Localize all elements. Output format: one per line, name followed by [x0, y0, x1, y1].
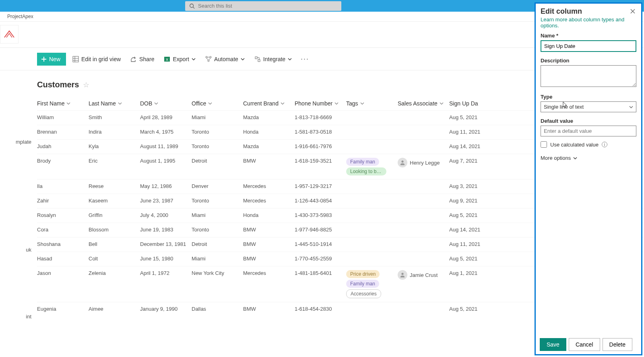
automate-button[interactable]: Automate — [202, 53, 248, 66]
search-input[interactable] — [198, 3, 337, 9]
new-button[interactable]: New — [37, 53, 66, 66]
panel-title: Edit column — [541, 7, 582, 16]
col-tags[interactable]: Tags — [346, 100, 398, 107]
cell: Reese — [89, 183, 140, 189]
cell: Mercedes — [243, 183, 295, 189]
integrate-icon — [254, 56, 261, 62]
cell: Mercedes — [243, 198, 295, 204]
cell: March 4, 1975 — [140, 129, 192, 135]
tag-pill[interactable]: Family man — [346, 280, 379, 288]
default-value-input[interactable] — [541, 126, 636, 136]
cell: August 1, 1995 — [140, 158, 192, 164]
learn-more-link[interactable]: Learn more about column types and option… — [536, 17, 641, 33]
chevron-down-icon — [192, 57, 196, 61]
cell: Hasad — [37, 256, 89, 262]
use-calculated-checkbox[interactable] — [541, 141, 547, 148]
cell: 1-618-454-2830 — [295, 306, 346, 312]
cell: 1-957-129-3217 — [295, 183, 346, 189]
signup-cell: Aug 7, 2021 — [449, 158, 488, 164]
more-options-toggle[interactable]: More options — [541, 155, 636, 161]
cell: Detroit — [192, 241, 243, 247]
cell: William — [37, 114, 89, 120]
tag-pill[interactable]: Family man — [346, 158, 379, 166]
associate-name: Jamie Crust — [410, 272, 438, 278]
name-label: Name * — [541, 33, 636, 39]
cell: Eugenia — [37, 306, 89, 312]
col-first-name[interactable]: First Name — [37, 100, 89, 107]
cell: 1-618-159-3521 — [295, 158, 346, 164]
integrate-button[interactable]: Integrate — [251, 53, 295, 66]
cell: Honda — [243, 129, 295, 135]
tag-pill[interactable]: Price driven — [346, 270, 380, 278]
col-brand[interactable]: Current Brand — [243, 100, 295, 107]
chevron-down-icon — [281, 101, 285, 105]
more-commands-button[interactable]: ··· — [298, 55, 312, 63]
chevron-down-icon — [334, 101, 339, 105]
signup-cell: Aug 14, 2021 — [449, 143, 488, 149]
site-logo[interactable] — [0, 25, 19, 43]
excel-icon — [164, 56, 170, 62]
signup-cell: Aug 3, 2021 — [449, 183, 488, 189]
grid-icon — [72, 56, 79, 62]
export-button[interactable]: Export — [161, 53, 198, 66]
cell: Rosalyn — [37, 212, 89, 218]
sales-associate-cell: Henry Legge — [398, 158, 449, 167]
cell: Ila — [37, 183, 89, 189]
share-button[interactable]: Share — [127, 53, 157, 66]
col-phone[interactable]: Phone Number — [295, 100, 346, 107]
col-dob[interactable]: DOB — [140, 100, 192, 107]
signup-cell: Aug 14, 2021 — [449, 227, 488, 233]
tag-pill[interactable]: Looking to buy s... — [346, 167, 386, 175]
cell: Denver — [192, 183, 243, 189]
cell: Jason — [37, 270, 89, 276]
description-input[interactable] — [541, 65, 636, 87]
cell: Miami — [192, 256, 243, 262]
cell: April 28, 1989 — [140, 114, 192, 120]
cell: January 9, 1990 — [140, 306, 192, 312]
cell: December 13, 1981 — [140, 241, 192, 247]
cell: 1-430-373-5983 — [295, 212, 346, 218]
info-icon[interactable]: i — [602, 142, 607, 147]
signup-cell: Aug 1, 2021 — [449, 270, 488, 276]
default-value-label: Default value — [541, 118, 636, 124]
name-input[interactable] — [541, 40, 636, 52]
close-panel-button[interactable] — [628, 7, 637, 16]
cell: 1-581-873-0518 — [295, 129, 346, 135]
plus-icon — [41, 56, 47, 62]
search-input-wrap[interactable] — [185, 1, 341, 11]
favorite-star-icon[interactable]: ☆ — [83, 80, 89, 89]
cell: Indira — [89, 129, 140, 135]
cell: August 11, 1989 — [140, 143, 192, 149]
col-sales-associate[interactable]: Sales Associate — [398, 100, 449, 107]
cell: Mercedes — [243, 270, 295, 276]
chevron-down-icon — [118, 101, 122, 105]
cell: Judah — [37, 143, 89, 149]
cell: June 15, 1980 — [140, 256, 192, 262]
type-select[interactable]: Single line of text — [541, 101, 636, 112]
cell: Bell — [89, 241, 140, 247]
tag-pill[interactable]: Accessories — [346, 289, 381, 298]
signup-cell: Aug 5, 2021 — [449, 114, 488, 120]
cell: 1-977-946-8825 — [295, 227, 346, 233]
signup-cell: Aug 11, 2021 — [449, 129, 488, 135]
signup-cell: Aug 5, 2021 — [449, 256, 488, 262]
signup-cell: Aug 9, 2021 — [449, 198, 488, 204]
chevron-down-icon — [288, 57, 292, 61]
col-office[interactable]: Office — [192, 100, 243, 107]
search-icon — [189, 3, 195, 9]
chevron-down-icon — [66, 101, 70, 105]
cell: Kaseem — [89, 198, 140, 204]
cell: BMW — [243, 227, 295, 233]
close-icon — [630, 8, 636, 14]
cell: BMW — [243, 241, 295, 247]
col-last-name[interactable]: Last Name — [89, 100, 140, 107]
cell: Smith — [89, 114, 140, 120]
col-signup[interactable]: Sign Up Da — [449, 100, 488, 107]
cell: May 12, 1986 — [140, 183, 192, 189]
edit-grid-button[interactable]: Edit in grid view — [69, 53, 124, 66]
share-icon — [130, 56, 137, 62]
cell: Colt — [89, 256, 140, 262]
signup-cell: Aug 11, 2021 — [449, 241, 488, 247]
use-calculated-label: Use calculated value — [550, 142, 599, 148]
breadcrumb-site[interactable]: ProjectApex — [7, 14, 33, 19]
